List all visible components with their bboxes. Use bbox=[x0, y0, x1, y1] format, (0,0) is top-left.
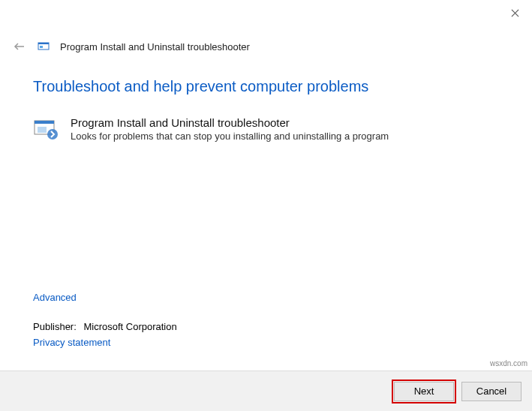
publisher-name: Microsoft Corporation bbox=[83, 321, 176, 332]
close-icon[interactable] bbox=[508, 6, 521, 20]
svg-point-9 bbox=[47, 129, 58, 140]
next-button[interactable]: Next bbox=[394, 382, 454, 401]
content-area: Troubleshoot and help prevent computer p… bbox=[0, 60, 532, 143]
button-bar: Next Cancel bbox=[0, 370, 532, 411]
watermark: wsxdn.com bbox=[490, 359, 527, 368]
publisher-row: Publisher: Microsoft Corporation bbox=[33, 321, 177, 332]
troubleshooter-title: Program Install and Uninstall troublesho… bbox=[71, 116, 499, 129]
troubleshooter-icon bbox=[33, 116, 60, 143]
cancel-button[interactable]: Cancel bbox=[461, 382, 521, 401]
advanced-link[interactable]: Advanced bbox=[33, 292, 77, 303]
svg-rect-5 bbox=[40, 46, 43, 48]
window-title: Program Install and Uninstall troublesho… bbox=[60, 41, 250, 52]
troubleshooter-description: Looks for problems that can stop you ins… bbox=[71, 130, 499, 142]
svg-rect-8 bbox=[38, 127, 47, 133]
header-row: Program Install and Uninstall troublesho… bbox=[0, 27, 532, 60]
svg-rect-4 bbox=[38, 43, 49, 44]
back-arrow-icon[interactable] bbox=[12, 39, 27, 54]
troubleshooter-item: Program Install and Uninstall troublesho… bbox=[33, 116, 499, 143]
page-heading: Troubleshoot and help prevent computer p… bbox=[33, 78, 499, 95]
troubleshooter-text: Program Install and Uninstall troublesho… bbox=[71, 116, 499, 142]
privacy-statement-link[interactable]: Privacy statement bbox=[33, 337, 177, 348]
titlebar bbox=[0, 0, 532, 27]
svg-rect-7 bbox=[35, 121, 54, 124]
bottom-info: Advanced Publisher: Microsoft Corporatio… bbox=[33, 292, 177, 348]
troubleshooter-window-icon bbox=[38, 40, 50, 52]
publisher-label: Publisher: bbox=[33, 321, 77, 332]
